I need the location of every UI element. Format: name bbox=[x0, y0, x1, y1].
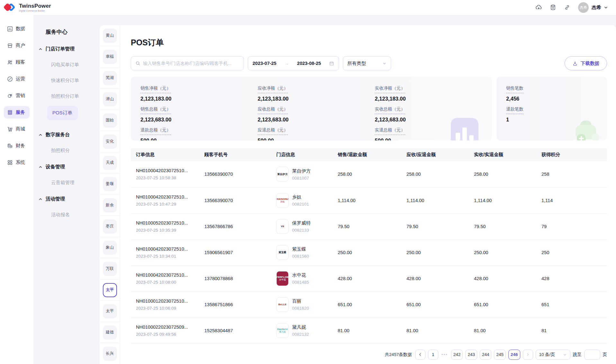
received-amount: 250.00 bbox=[474, 250, 488, 255]
store-tab[interactable]: 潜山 bbox=[103, 92, 117, 106]
customer-phone: 13566390070 bbox=[204, 172, 233, 177]
customer-phone: 15906561907 bbox=[204, 250, 233, 255]
store-tab-list: 黄山 幸福 芜湖 潜山 固始 安化 天成 姜堰 新余 枣庄 象山 万联 太平 太… bbox=[100, 25, 120, 364]
table-row: NH0100042023072510...2023-07-25 10:34:01… bbox=[131, 239, 607, 265]
store-tab[interactable]: 建德 bbox=[103, 325, 117, 340]
rail-item-service[interactable]: 服务 bbox=[4, 106, 30, 119]
stat-label: 退款总额（元） bbox=[140, 127, 171, 135]
rail-item-data[interactable]: 数据 bbox=[4, 22, 30, 35]
page-size-select[interactable]: 10 条/页 bbox=[536, 350, 570, 360]
store-tab[interactable]: 万联 bbox=[103, 262, 117, 276]
sidebar-item-photo-points-orders[interactable]: 拍照积分订单 bbox=[51, 93, 100, 99]
store-tab[interactable]: 姜堰 bbox=[103, 177, 117, 191]
table-header-row: 订单信息 顾客手机号 门店信息 销售/退款金额 应收/应退金额 实收/实退金额 … bbox=[131, 148, 607, 161]
order-number: NH0100042023072510... bbox=[136, 272, 199, 278]
download-data-button[interactable]: 下载数据 bbox=[565, 56, 607, 70]
store-tab[interactable]: 固始 bbox=[103, 113, 117, 128]
sale-amount: 250.00 bbox=[338, 250, 352, 255]
col-sale-amount: 销售/退款金额 bbox=[333, 148, 401, 161]
store-tab[interactable]: 象山 bbox=[103, 241, 117, 255]
sidebar-group-store-orders[interactable]: 门店订单管理 bbox=[39, 46, 100, 52]
link-icon[interactable] bbox=[564, 4, 570, 11]
pagination-page-244[interactable]: 244 bbox=[480, 350, 492, 360]
store-name: 莱自伊方 bbox=[292, 168, 311, 174]
rail-item-customer[interactable]: 顾客 bbox=[4, 56, 30, 68]
rail-item-system[interactable]: 系统 bbox=[4, 156, 30, 169]
sidebar-item-photo-points[interactable]: 拍照积分 bbox=[51, 147, 100, 154]
store-tab-active[interactable]: 太平 bbox=[103, 283, 117, 297]
pagination-page-243[interactable]: 243 bbox=[465, 350, 477, 360]
table-row: NH0100042023072510...2023-07-25 10:08:00… bbox=[131, 265, 607, 291]
type-filter-select[interactable]: 所有类型 bbox=[343, 56, 391, 70]
pagination-page-246-active[interactable]: 246 bbox=[508, 350, 520, 360]
amounts-card: 销售净额（元） 2,123,183.00 销售总额（元） 2,123,683.0… bbox=[131, 77, 492, 140]
received-amount: 428.00 bbox=[474, 276, 488, 281]
store-tab[interactable]: 幸福 bbox=[103, 50, 117, 64]
database-download-icon[interactable] bbox=[550, 4, 556, 11]
avatar: 杰希 bbox=[578, 2, 589, 13]
stat-label: 销售笔数 bbox=[506, 85, 523, 93]
storefront-icon bbox=[7, 42, 13, 49]
pagination-page-1[interactable]: 1 bbox=[428, 350, 438, 360]
rail-item-mall[interactable]: 商城 bbox=[4, 123, 30, 135]
sidebar-group-device-mgmt[interactable]: 设备管理 bbox=[39, 164, 100, 170]
date-range-picker[interactable]: 2023-07-25 → 2023-08-25 bbox=[248, 56, 339, 70]
sidebar-item-cloud-speaker[interactable]: 云音箱管理 bbox=[51, 180, 100, 186]
store-tab[interactable]: 天成 bbox=[103, 156, 117, 170]
customer-phone: 13780078868 bbox=[204, 276, 233, 281]
store-tab[interactable]: 枣庄 bbox=[103, 219, 117, 234]
order-time: 2023-07-25 10:35:39 bbox=[136, 228, 199, 233]
store-code: 0081560 bbox=[292, 254, 309, 259]
stat-label: 应收净额（元） bbox=[258, 85, 288, 93]
main-content: POS订单 2023-07-25 → 2023-08-25 bbox=[120, 25, 616, 364]
search-input[interactable] bbox=[143, 61, 239, 66]
pagination-next-button[interactable] bbox=[523, 350, 533, 360]
rail-item-operations[interactable]: 运营 bbox=[4, 73, 30, 85]
store-tab[interactable]: 长兴 bbox=[103, 347, 117, 361]
received-amount: 79.50 bbox=[474, 224, 486, 229]
sidebar-item-activity-signup[interactable]: 活动报名 bbox=[51, 212, 100, 218]
rail-item-merchant[interactable]: 商户 bbox=[4, 39, 30, 52]
stat-label: 实退总额（元） bbox=[375, 127, 405, 135]
sidebar-group-digital-service[interactable]: 数字服务台 bbox=[39, 132, 100, 138]
chevron-down-icon bbox=[563, 353, 567, 357]
rail-item-marketing[interactable]: 营销 bbox=[4, 89, 30, 102]
sidebar-group-activity-mgmt[interactable]: 活动管理 bbox=[39, 196, 100, 202]
store-name: 百丽 bbox=[292, 298, 309, 304]
table-row: NH0100012023072510...2023-07-25 10:06:09… bbox=[131, 291, 607, 317]
chevron-left-icon bbox=[418, 352, 422, 357]
pagination-page-245[interactable]: 245 bbox=[494, 350, 506, 360]
col-phone: 顾客手机号 bbox=[199, 148, 271, 161]
store-tab[interactable]: 新余 bbox=[103, 198, 117, 212]
store-tab[interactable]: 太平 bbox=[103, 304, 117, 318]
jump-page-input[interactable] bbox=[584, 350, 600, 360]
rail-item-finance[interactable]: 财务 bbox=[4, 139, 30, 152]
grid-icon bbox=[7, 159, 13, 166]
stat-label: 退款笔数 bbox=[506, 106, 523, 114]
pagination-page-242[interactable]: 242 bbox=[451, 350, 463, 360]
customers-icon bbox=[7, 59, 13, 66]
pagination-total: 共2457条数据 bbox=[385, 352, 412, 358]
arrow-right-icon: → bbox=[284, 61, 289, 66]
received-amount: 1,114.00 bbox=[474, 198, 492, 203]
chevron-up-icon bbox=[39, 47, 42, 51]
sidebar-item-pos-orders[interactable]: POS订单 bbox=[47, 106, 78, 120]
rail-item-label: 系统 bbox=[16, 159, 25, 165]
store-tab[interactable]: 安化 bbox=[103, 135, 117, 149]
user-menu[interactable]: 杰希 杰希 bbox=[578, 2, 608, 13]
sale-amount: 651.00 bbox=[338, 302, 352, 307]
order-time: 2023-07-25 10:08:00 bbox=[136, 280, 199, 285]
pagination-prev-button[interactable] bbox=[415, 350, 425, 360]
sidebar-item-flash-orders[interactable]: 闪电买单订单 bbox=[51, 62, 100, 68]
sale-amount: 79.50 bbox=[338, 224, 349, 229]
stat-value: 2,123,183.00 bbox=[140, 96, 258, 102]
sidebar-item-quick-points-orders[interactable]: 快速积分订单 bbox=[51, 77, 100, 84]
store-tab[interactable]: 芜湖 bbox=[103, 71, 117, 85]
receivable-amount: 258.00 bbox=[406, 172, 421, 177]
date-start: 2023-07-25 bbox=[253, 61, 276, 66]
stat-label: 销售净额（元） bbox=[140, 85, 171, 93]
stat-label: 销售总额（元） bbox=[140, 106, 171, 114]
store-tab[interactable]: 黄山 bbox=[103, 29, 117, 43]
order-number: NH0100042023072510... bbox=[136, 194, 199, 200]
cloud-download-icon[interactable] bbox=[535, 4, 542, 11]
